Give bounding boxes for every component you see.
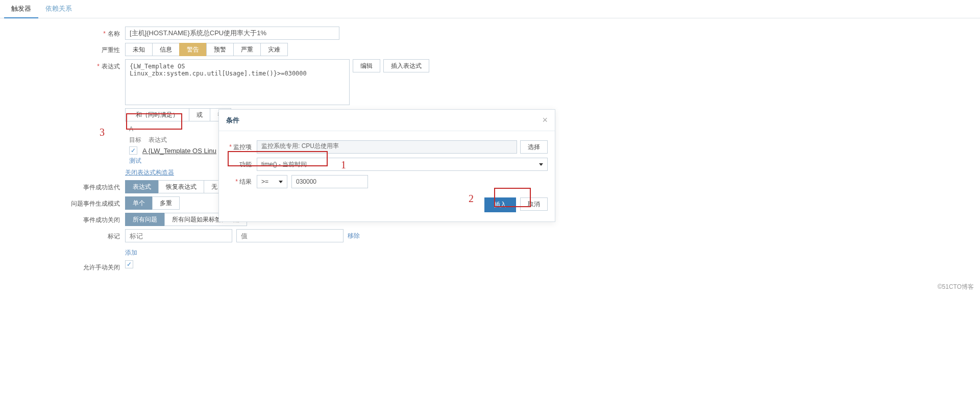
and-button[interactable]: 和（同时满足）: [125, 108, 189, 121]
sev-unknown[interactable]: 未知: [125, 43, 153, 56]
annot-1: 1: [341, 159, 346, 171]
row-tags: 标记 移除 添加: [0, 229, 980, 257]
dlg-item-value: 监控系统专用: CPU总使用率: [257, 140, 517, 154]
row-allow-close: 允许手动关闭 ✓: [0, 260, 980, 272]
annot-3: 3: [100, 127, 105, 138]
tag-name-input[interactable]: [125, 229, 232, 242]
tag-add-link[interactable]: 添加: [125, 248, 137, 257]
dlg-cancel-button[interactable]: 取消: [520, 197, 548, 211]
tags-label: 标记: [0, 229, 125, 241]
dlg-row-func: 功能 time() - 当前时间: [226, 158, 548, 171]
pm-multi[interactable]: 多重: [152, 196, 180, 210]
close-icon[interactable]: ×: [542, 115, 548, 126]
test-link[interactable]: 测试: [129, 157, 141, 165]
condition-dialog: 条件 × 监控项 监控系统专用: CPU总使用率 选择 功能 time() - …: [218, 109, 555, 222]
col-expression: 表达式: [149, 136, 167, 144]
tab-dependencies[interactable]: 依赖关系: [38, 0, 79, 18]
edit-button[interactable]: 编辑: [353, 59, 380, 72]
iter-recover[interactable]: 恢复表达式: [158, 180, 204, 193]
event-iter-label: 事件成功迭代: [0, 180, 125, 192]
dlg-result-input[interactable]: [291, 175, 368, 188]
name-input[interactable]: [125, 27, 339, 40]
row-expression: 表达式 {LW_Template OS Linux_zbx:system.cpu…: [0, 59, 980, 105]
iter-expression[interactable]: 表达式: [125, 180, 159, 193]
row-a-checkbox[interactable]: ✓: [129, 146, 137, 155]
tag-remove-link[interactable]: 移除: [348, 232, 360, 240]
dlg-row-result: 结果 >=: [226, 175, 548, 188]
sev-info[interactable]: 信息: [152, 43, 180, 56]
or-button[interactable]: 或: [189, 108, 210, 121]
okc-all[interactable]: 所有问题: [125, 213, 165, 226]
severity-group: 未知 信息 警告 预警 严重 灾难: [125, 43, 288, 56]
sev-warning[interactable]: 警告: [179, 43, 207, 56]
dlg-item-label: 监控项: [226, 143, 252, 152]
insert-expression-button[interactable]: 插入表达式: [383, 59, 429, 72]
dialog-title: 条件: [226, 116, 239, 125]
sev-disaster[interactable]: 灾难: [260, 43, 288, 56]
close-builder-link[interactable]: 关闭表达式构造器: [125, 168, 174, 177]
sev-high[interactable]: 严重: [233, 43, 261, 56]
name-label: 名称: [0, 27, 125, 38]
annot-2: 2: [469, 193, 474, 205]
chevron-down-icon: [279, 181, 283, 183]
tag-value-input[interactable]: [236, 229, 344, 242]
iter-group: 表达式 恢复表达式 无: [125, 180, 225, 193]
row-name: 名称: [0, 27, 980, 40]
row-severity: 严重性 未知 信息 警告 预警 严重 灾难: [0, 43, 980, 56]
allow-close-label: 允许手动关闭: [0, 260, 125, 272]
expression-label: 表达式: [0, 59, 125, 71]
ok-close-label: 事件成功关闭: [0, 213, 125, 225]
pm-single[interactable]: 单个: [125, 196, 153, 210]
dlg-result-label: 结果: [226, 178, 252, 186]
expression-textarea[interactable]: {LW_Template OS Linux_zbx:system.cpu.uti…: [125, 59, 350, 105]
allow-close-checkbox[interactable]: ✓: [125, 260, 133, 268]
andor-group: 和（同时满足） 或 替: [125, 108, 231, 121]
pm-group: 单个 多重: [125, 196, 180, 210]
col-target: 目标: [129, 136, 141, 144]
watermark: ©51CTO博客: [938, 283, 974, 291]
letter-a: A: [129, 126, 133, 133]
dlg-op-select[interactable]: >=: [257, 175, 287, 188]
sev-average[interactable]: 预警: [206, 43, 234, 56]
row-a-text[interactable]: A {LW_Template OS Linu: [142, 147, 216, 155]
dlg-select-button[interactable]: 选择: [520, 140, 548, 154]
problem-mode-label: 问题事件生成模式: [0, 196, 125, 208]
dlg-op-value: >=: [261, 178, 268, 185]
dlg-insert-button[interactable]: 插入: [484, 197, 516, 212]
dlg-func-label: 功能: [226, 160, 252, 169]
dlg-func-value: time() - 当前时间: [261, 160, 307, 169]
chevron-down-icon: [539, 163, 543, 166]
dlg-row-item: 监控项 监控系统专用: CPU总使用率 选择: [226, 140, 548, 154]
tab-bar: 触发器 依赖关系: [0, 0, 980, 18]
severity-label: 严重性: [0, 43, 125, 55]
tab-trigger[interactable]: 触发器: [4, 0, 38, 18]
dlg-func-select[interactable]: time() - 当前时间: [257, 158, 548, 171]
